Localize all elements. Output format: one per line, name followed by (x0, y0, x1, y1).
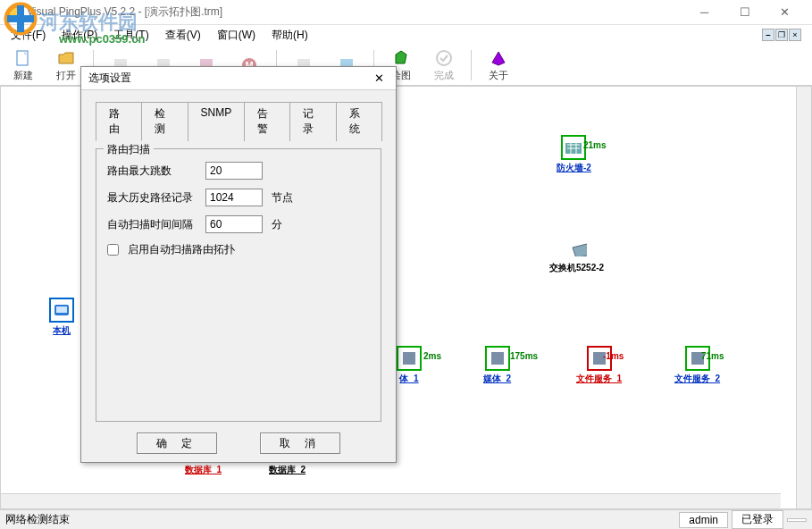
watermark-logo (4, 2, 38, 38)
status-login: 已登录 (732, 510, 783, 529)
svg-point-12 (437, 51, 451, 65)
menu-window[interactable]: 窗口(W) (210, 26, 263, 45)
interval-label: 自动扫描时间间隔 (107, 217, 197, 232)
autoscan-checkbox[interactable] (107, 244, 119, 256)
status-message: 网络检测结束 (5, 512, 70, 527)
watermark-url: www.pc0359.cn (59, 32, 145, 46)
scrollbar-vertical[interactable] (796, 87, 811, 508)
mdi-close-button[interactable]: × (789, 29, 801, 41)
hist-unit: 节点 (272, 190, 293, 206)
node-fileservice2[interactable]: 71ms 文件服务_2 (674, 346, 720, 385)
max-hops-label: 路由最大跳数 (107, 164, 197, 179)
tab-route[interactable]: 路由 (96, 102, 142, 141)
svg-rect-31 (491, 352, 504, 365)
tab-alarm[interactable]: 告警 (244, 102, 290, 141)
max-hops-input[interactable] (205, 162, 263, 180)
node-db1[interactable]: 数据库_1 (185, 462, 222, 476)
tab-snmp[interactable]: SNMP (188, 102, 246, 141)
max-hist-label: 最大历史路径记录 (107, 190, 197, 206)
tool-about[interactable]: 关于 (481, 47, 516, 82)
tab-detect[interactable]: 检测 (141, 102, 188, 141)
node-db2[interactable]: 数据库_2 (269, 462, 306, 476)
autoscan-label: 启用自动扫描路由拓扑 (128, 242, 235, 257)
tab-system[interactable]: 系统 (336, 102, 382, 141)
dialog-tabs: 路由 检测 SNMP 告警 记录 系统 (96, 101, 381, 141)
svg-rect-2 (7, 15, 34, 22)
mdi-controls: ‒ ❐ × (755, 27, 808, 43)
node-fileservice1[interactable]: -1ms 文件服务_1 (576, 346, 622, 385)
status-resize-grip[interactable] (787, 518, 807, 522)
mdi-min-button[interactable]: ‒ (762, 29, 774, 41)
mdi-restore-button[interactable]: ❐ (775, 29, 788, 41)
status-user: admin (679, 512, 728, 528)
options-dialog: 选项设置 ✕ 路由 检测 SNMP 告警 记录 系统 路由扫描 路由最大跳数 最… (80, 66, 397, 463)
node-firewall[interactable]: 21ms 防火墙-2 (557, 135, 591, 174)
dialog-title: 选项设置 (88, 71, 369, 86)
menu-help[interactable]: 帮助(H) (264, 26, 315, 45)
tool-done: 完成 (426, 47, 462, 82)
tab-record[interactable]: 记录 (289, 102, 336, 141)
interval-unit: 分 (272, 217, 282, 232)
ok-button[interactable]: 确 定 (137, 432, 217, 454)
maximize-button[interactable]: ☐ (724, 0, 765, 25)
svg-rect-27 (56, 306, 67, 313)
svg-marker-29 (573, 242, 587, 256)
menu-view[interactable]: 查看(V) (158, 26, 208, 45)
tool-open[interactable]: 打开 (48, 47, 84, 82)
tool-new[interactable]: 新建 (5, 47, 41, 82)
group-legend: 路由扫描 (104, 142, 154, 157)
dialog-close-button[interactable]: ✕ (369, 71, 389, 85)
interval-input[interactable] (205, 215, 263, 233)
svg-rect-30 (403, 352, 415, 365)
dialog-titlebar[interactable]: 选项设置 ✕ (81, 67, 396, 90)
node-media1[interactable]: 2ms 体_1 (397, 346, 422, 385)
node-local[interactable]: 本机 (49, 298, 74, 337)
minimize-button[interactable]: ─ (684, 0, 724, 25)
cancel-button[interactable]: 取 消 (260, 432, 340, 454)
statusbar: 网络检测结束 admin 已登录 (0, 509, 812, 529)
max-hist-input[interactable] (205, 189, 263, 206)
node-switch[interactable]: 交换机5252-2 (549, 233, 604, 274)
route-scan-group: 路由扫描 路由最大跳数 最大历史路径记录 节点 自动扫描时间间隔 分 启用自动扫… (96, 148, 381, 422)
close-button[interactable]: ✕ (765, 0, 805, 25)
node-media2[interactable]: 175ms 媒体_2 (483, 346, 511, 385)
scrollbar-horizontal[interactable] (1, 493, 781, 508)
